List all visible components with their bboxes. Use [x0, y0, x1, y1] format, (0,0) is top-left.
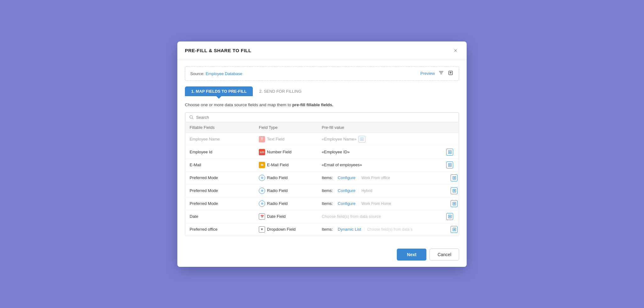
configure-link[interactable]: Configure — [338, 175, 355, 180]
search-icon — [189, 115, 194, 119]
field-type-cell: ◎ Radio Field — [254, 185, 317, 197]
table-row: Preferred office ▼ Dropdown Field Items:… — [185, 223, 459, 236]
fillable-field-cell: Employee Name — [185, 134, 254, 144]
tab-send-filling[interactable]: 2. SEND FOR FILLING — [253, 86, 308, 96]
export-icon-button[interactable] — [447, 70, 454, 77]
expand-icon[interactable]: ⊞ — [446, 149, 453, 156]
table-row: Preferred Mode ◎ Radio Field Items: Conf… — [185, 197, 459, 210]
expand-icon[interactable]: ⊞ — [451, 200, 458, 207]
modal-header: PRE-FILL & SHARE TO FILL × — [177, 41, 467, 60]
description: Choose one or more data source fields an… — [185, 102, 459, 107]
close-button[interactable]: × — [452, 47, 459, 54]
svg-point-1 — [190, 116, 192, 118]
field-type-cell: 📅 Date Field — [254, 211, 317, 223]
export-icon — [448, 70, 453, 75]
modal-title: PRE-FILL & SHARE TO FILL — [185, 48, 251, 53]
expand-icon[interactable]: ⊞ — [446, 162, 453, 168]
field-type-cell: ◎ Radio Field — [254, 198, 317, 210]
source-info: Source: Employee Database — [190, 71, 242, 76]
filter-icon — [439, 70, 444, 75]
search-bar — [185, 113, 459, 122]
expand-icon[interactable]: ⊞ — [446, 213, 453, 220]
number-icon: 123 — [259, 149, 265, 155]
col-fillable-fields: Fillable Fields — [185, 122, 254, 133]
radio-icon: ◎ — [259, 188, 265, 194]
source-bar: Source: Employee Database Preview — [185, 66, 459, 81]
configure-link[interactable]: Configure — [338, 201, 355, 206]
prefill-value-cell: Items: Configure Work From office ⊞ — [317, 172, 459, 184]
fillable-field-cell: Date — [185, 211, 254, 222]
field-type-cell: ✉ E-Mail Field — [254, 159, 317, 171]
prefill-value-cell: «Employee ID» ⊞ — [317, 146, 459, 158]
source-value[interactable]: Employee Database — [206, 71, 242, 76]
source-label: Source: — [190, 71, 204, 76]
prefill-value-cell: Items: Configure Work From Home ⊞ — [317, 197, 459, 210]
prefill-value-cell: Choose field(s) from data source ⊞ — [317, 210, 459, 223]
source-actions: Preview — [420, 70, 454, 77]
modal: PRE-FILL & SHARE TO FILL × Source: Emplo… — [177, 41, 467, 267]
tabs: 1. MAP FIELDS TO PRE-FILL 2. SEND FOR FI… — [185, 86, 459, 96]
prefill-value-cell: Items: Dynamic List Choose field(s) from… — [317, 223, 459, 236]
table-row: Employee Id 123 Number Field «Employee I… — [185, 146, 459, 159]
fillable-field-cell: Preferred Mode — [185, 185, 254, 196]
filter-icon-button[interactable] — [438, 70, 444, 77]
radio-icon: ◎ — [259, 175, 265, 181]
text-icon: T — [259, 136, 265, 142]
configure-link[interactable]: Configure — [338, 188, 355, 193]
table-row: E-Mail ✉ E-Mail Field «Email of employee… — [185, 159, 459, 172]
field-type-cell: ▼ Dropdown Field — [254, 223, 317, 235]
expand-icon[interactable]: ⊞ — [358, 136, 365, 143]
fillable-field-cell: Employee Id — [185, 147, 254, 157]
table-row: Preferred Mode ◎ Radio Field Items: Conf… — [185, 184, 459, 197]
col-prefill-value: Pre-fill value — [317, 122, 459, 133]
table-row: Employee Name T Text Field «Employee Nam… — [185, 133, 459, 146]
dropdown-icon: ▼ — [259, 226, 265, 233]
prefill-value-cell: Items: Configure Hybrid ⊞ — [317, 184, 459, 197]
fillable-field-cell: Preferred Mode — [185, 173, 254, 183]
cancel-button[interactable]: Cancel — [430, 249, 459, 261]
fillable-field-cell: Preferred Mode — [185, 198, 254, 209]
field-mapping-table: Fillable Fields Field Type Pre-fill valu… — [185, 112, 459, 236]
fillable-field-cell: E-Mail — [185, 160, 254, 170]
table-header: Fillable Fields Field Type Pre-fill valu… — [185, 122, 459, 133]
prefill-value-cell: «Employee Name» ⊞ — [317, 133, 459, 146]
modal-body: Source: Employee Database Preview — [177, 60, 467, 244]
modal-footer: Next Cancel — [177, 244, 467, 267]
radio-icon: ◎ — [259, 201, 265, 207]
configure-link[interactable]: Dynamic List — [338, 227, 361, 232]
fillable-field-cell: Preferred office — [185, 224, 254, 234]
table-row: Date 📅 Date Field Choose field(s) from d… — [185, 210, 459, 223]
table-row: Preferred Mode ◎ Radio Field Items: Conf… — [185, 172, 459, 184]
tab-map-fields[interactable]: 1. MAP FIELDS TO PRE-FILL — [185, 86, 253, 96]
field-type-cell: T Text Field — [254, 133, 317, 145]
expand-icon[interactable]: ⊞ — [451, 187, 458, 194]
search-input[interactable] — [196, 115, 455, 120]
field-type-cell: ◎ Radio Field — [254, 172, 317, 184]
preview-link[interactable]: Preview — [420, 71, 435, 76]
field-type-cell: 123 Number Field — [254, 146, 317, 158]
email-icon: ✉ — [259, 162, 265, 168]
prefill-value-cell: «Email of employees» ⊞ — [317, 159, 459, 171]
date-icon: 📅 — [259, 213, 265, 220]
col-field-type: Field Type — [254, 122, 317, 133]
expand-icon[interactable]: ⊞ — [451, 174, 458, 181]
next-button[interactable]: Next — [397, 249, 426, 261]
expand-icon[interactable]: ⊞ — [451, 226, 458, 233]
